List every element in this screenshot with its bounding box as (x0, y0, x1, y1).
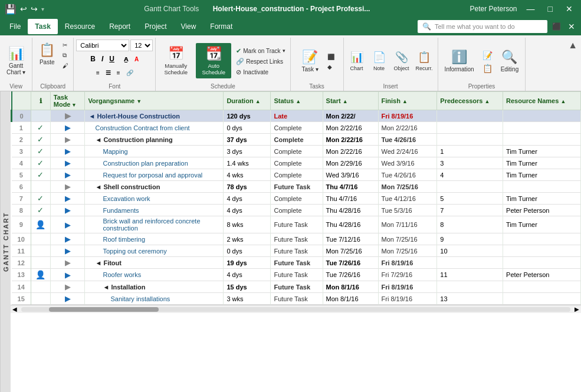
th-pred[interactable]: Predecessors ▲ (437, 92, 503, 110)
table-row[interactable]: 5✓▶Request for porposal and approval4 wk… (12, 169, 581, 181)
table-row[interactable]: 10▶Roof timbering2 wksFuture TaskTue 7/1… (12, 233, 581, 245)
search-bar[interactable]: 🔍 Tell me what you want to do (418, 20, 547, 33)
cell-name[interactable]: Topping out ceremony (85, 245, 224, 257)
cell-name[interactable]: Roofer works (85, 269, 224, 281)
italic-button[interactable]: I (99, 53, 106, 65)
cell-name[interactable]: ◄ Holert-House Construction (85, 110, 224, 122)
cell-name[interactable]: Construction plan preparation (85, 157, 224, 169)
cell-name[interactable]: Mapping (85, 146, 224, 157)
menu-item-format[interactable]: Format (203, 19, 239, 34)
cell-name[interactable]: Brick wall and reinforced concrete const… (85, 216, 224, 233)
ribbon-collapse-button[interactable]: ▲ (568, 40, 577, 51)
cell-name[interactable]: Roof timbering (85, 233, 224, 245)
ribbon-collapse-icon[interactable]: ⬛ (552, 22, 561, 31)
minimize-button[interactable]: — (523, 3, 539, 15)
scroll-thumb[interactable] (49, 307, 159, 312)
information-button[interactable]: ℹ️ Information (441, 47, 478, 75)
table-row[interactable]: 14▶◄ Installation15 dysFuture TaskMon 8/… (12, 281, 581, 293)
mark-on-track-button[interactable]: ✔ Mark on Track ▾ (234, 46, 287, 56)
task-name: Excavation work (103, 195, 150, 202)
underline-button[interactable]: U (107, 53, 117, 65)
cell-resource: Tim Turner (503, 146, 581, 157)
font-family-select[interactable]: Calibri (76, 39, 129, 51)
menu-item-resource[interactable]: Resource (58, 19, 102, 34)
paste-button[interactable]: 📋 Paste (35, 39, 59, 68)
table-row[interactable]: 1✓▶Construction Contract from client0 dy… (12, 122, 581, 134)
insert-btn-1[interactable]: 📊 Chart (346, 50, 367, 73)
table-row[interactable]: 4✓▶Construction plan preparation1.4 wksC… (12, 157, 581, 169)
cell-resource (503, 110, 581, 122)
table-row[interactable]: 0▶◄ Holert-House Construction120 dysLate… (12, 110, 581, 122)
align-right-button[interactable]: ≡ (114, 67, 123, 78)
cell-name[interactable]: ◄ Construction planning (85, 134, 224, 146)
table-row[interactable]: 13👤▶Roofer works4 dysFuture TaskTue 7/26… (12, 269, 581, 281)
menu-item-task[interactable]: Task (28, 19, 57, 34)
table-row[interactable]: 3✓▶Mapping3 dysCompleteMon 2/22/16Wed 2/… (12, 146, 581, 157)
link-button[interactable]: 🔗 (124, 67, 136, 78)
table-row[interactable]: 11▶Topping out ceremony0 dysFuture TaskM… (12, 245, 581, 257)
task-name: Topping out ceremony (103, 248, 166, 255)
font-color-button[interactable]: A (132, 53, 141, 65)
details-button[interactable]: 📋 (480, 62, 495, 74)
undo-icon[interactable]: ↩ (20, 4, 27, 14)
menu-item-view[interactable]: View (174, 19, 203, 34)
horizontal-scrollbar[interactable]: ◀ ▶ (11, 305, 581, 313)
cell-name[interactable]: Excavation work (85, 193, 224, 205)
insert-btn-3[interactable]: 📎 Object (391, 50, 412, 73)
auto-schedule-button[interactable]: 📆 AutoSchedule (196, 43, 231, 78)
manually-schedule-button[interactable]: 📅 ManuallySchedule (158, 43, 193, 78)
cell-name[interactable]: Fundaments (85, 205, 224, 216)
menu-item-file[interactable]: File (2, 19, 28, 34)
copy-button[interactable]: ⧉ (60, 51, 71, 60)
milestone-button[interactable]: ◆ (325, 62, 337, 71)
inactivate-button[interactable]: ⊘ Inactivate (234, 67, 287, 77)
th-duration[interactable]: Duration ▲ (224, 92, 271, 110)
bold-button[interactable]: B (88, 53, 98, 65)
cell-resource (503, 134, 581, 146)
font-size-select[interactable]: 12 (130, 39, 153, 51)
save-icon[interactable]: 💾 (5, 4, 17, 15)
th-finish[interactable]: Finish ▲ (378, 92, 437, 110)
th-resource[interactable]: Resource Names ▲ (503, 92, 581, 110)
task-button[interactable]: 📝 Task ▾ (297, 47, 323, 75)
insert-btn-4[interactable]: 📋 Recurr. (413, 50, 435, 73)
table-row[interactable]: 2✓▶◄ Construction planning37 dysComplete… (12, 134, 581, 146)
maximize-button[interactable]: □ (544, 3, 556, 15)
table-row[interactable]: 12▶◄ Fitout19 dysFuture TaskTue 7/26/16F… (12, 257, 581, 269)
align-left-button[interactable]: ≡ (94, 67, 102, 78)
summary-task-button[interactable]: ⬛ (325, 52, 337, 61)
scroll-right-arrow[interactable]: ▶ (573, 306, 581, 312)
table-row[interactable]: 6▶◄ Shell construction78 dysFuture TaskT… (12, 181, 581, 193)
table-row[interactable]: 15▶Sanitary installations3 wksFuture Tas… (12, 293, 581, 305)
cell-name[interactable]: Construction Contract from client (85, 122, 224, 134)
th-start[interactable]: Start ▲ (323, 92, 378, 110)
insert-btn-2[interactable]: 📄 Note (369, 50, 390, 73)
editing-button[interactable]: 🔍 Editing (497, 47, 523, 75)
menu-item-report[interactable]: Report (102, 19, 137, 34)
th-status[interactable]: Status ▲ (271, 92, 323, 110)
cell-name[interactable]: Sanitary installations (85, 293, 224, 305)
th-taskmode[interactable]: TaskMode ▾ (50, 92, 85, 110)
redo-icon[interactable]: ↪ (31, 4, 38, 14)
cell-name[interactable]: ◄ Fitout (85, 257, 224, 269)
table-row[interactable]: 9👤▶Brick wall and reinforced concrete co… (12, 216, 581, 233)
menu-item-project[interactable]: Project (137, 19, 173, 34)
th-name[interactable]: Vorgangsname ▼ (85, 92, 224, 110)
align-center-button[interactable]: ☰ (103, 67, 113, 78)
cell-name[interactable]: Request for porposal and approval (85, 169, 224, 181)
cell-name[interactable]: ◄ Shell construction (85, 181, 224, 193)
close-button[interactable]: ✕ (562, 3, 576, 15)
cell-name[interactable]: ◄ Installation (85, 281, 224, 293)
scroll-left-arrow[interactable]: ◀ (11, 306, 19, 312)
respect-links-button[interactable]: 🔗 Respect Links (234, 57, 287, 67)
scroll-track[interactable] (21, 307, 570, 312)
cell-start: Tue 7/26/16 (323, 269, 378, 281)
cut-button[interactable]: ✂ (60, 41, 71, 50)
table-row[interactable]: 7✓▶Excavation work4 dysCompleteThu 4/7/1… (12, 193, 581, 205)
gantt-chart-button[interactable]: 📊 GanttChart ▾ (2, 43, 29, 78)
close-menu-button[interactable]: ✕ (564, 21, 579, 32)
format-painter-button[interactable]: 🖌 (60, 61, 71, 70)
highlight-button[interactable]: A̲ (122, 53, 131, 65)
notes-button[interactable]: 📝 (480, 50, 495, 61)
table-row[interactable]: 8✓▶Fundaments4 dysCompleteThu 4/28/16Tue… (12, 205, 581, 216)
